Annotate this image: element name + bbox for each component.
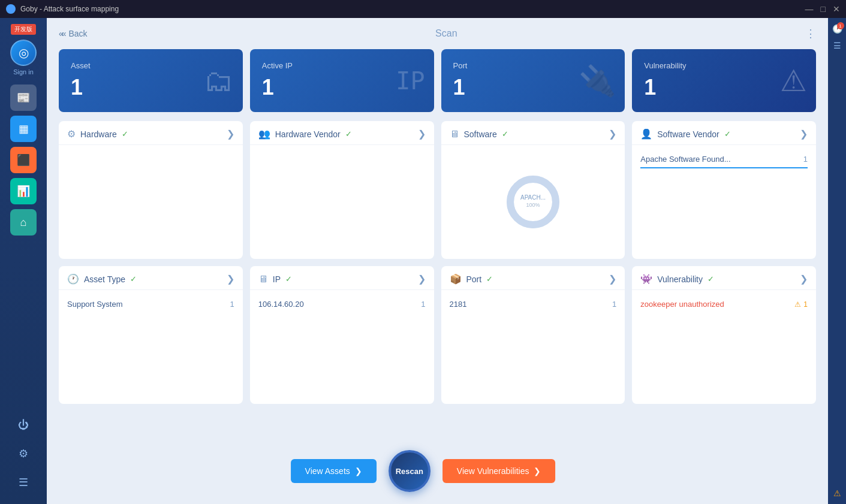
view-assets-arrow-icon: ❯ bbox=[355, 466, 362, 476]
ip-nav-button[interactable]: ❯ bbox=[418, 273, 426, 285]
sidebar-item-reports[interactable]: 📊 bbox=[10, 178, 37, 204]
hardware-panel: ⚙ Hardware ✓ ❯ bbox=[59, 121, 243, 259]
hardware-nav-button[interactable]: ❯ bbox=[227, 128, 234, 140]
ip-panel-icon: 🖥 bbox=[258, 274, 268, 285]
asset-type-check-icon: ✓ bbox=[130, 274, 137, 283]
sidebar-item-news[interactable]: 📰 bbox=[10, 84, 37, 111]
software-title-area: 🖥 Software ✓ bbox=[450, 129, 508, 140]
sidebar-item-targets[interactable]: ⬛ bbox=[10, 147, 37, 173]
titlebar-controls: — □ ✕ bbox=[805, 4, 840, 14]
list-item: Support System 1 bbox=[67, 296, 234, 312]
stat-card-port[interactable]: Port 1 🔌 bbox=[441, 49, 625, 112]
sidebar-menu-button[interactable]: ☰ bbox=[10, 469, 37, 496]
maximize-button[interactable]: □ bbox=[821, 4, 826, 14]
software-icon: 🖥 bbox=[450, 129, 459, 140]
titlebar-left: Goby - Attack surface mapping bbox=[6, 4, 119, 14]
settings-icon: ⚙ bbox=[19, 447, 28, 460]
software-check-icon: ✓ bbox=[502, 129, 508, 138]
ip-address: 106.14.60.20 bbox=[258, 300, 304, 309]
power-icon: ⏻ bbox=[18, 419, 29, 431]
hardware-vendor-panel: 👥 Hardware Vendor ✓ ❯ bbox=[250, 121, 434, 259]
vulnerability-badge: ⚠ 1 bbox=[794, 300, 808, 309]
ip-title-area: 🖥 IP ✓ bbox=[258, 274, 292, 285]
software-panel-header: 🖥 Software ✓ ❯ bbox=[441, 121, 625, 145]
sidebar-logo-button[interactable]: ◎ bbox=[10, 40, 37, 66]
asset-type-title-area: 🕐 Asset Type ✓ bbox=[67, 273, 137, 285]
more-button[interactable]: ⋮ bbox=[805, 27, 816, 40]
software-body: APACH... 100% bbox=[441, 145, 625, 259]
bottom-panels-row: 🕐 Asset Type ✓ ❯ Support System 1 🖥 IP ✓ bbox=[59, 266, 816, 404]
vulnerability-nav-button[interactable]: ❯ bbox=[800, 273, 808, 285]
asset-label: Asset bbox=[71, 61, 91, 70]
rescan-button[interactable]: Rescan bbox=[389, 450, 430, 492]
hardware-icon: ⚙ bbox=[67, 128, 76, 140]
header: « « Back Scan ⋮ bbox=[59, 27, 816, 40]
donut-chart: APACH... 100% bbox=[503, 172, 563, 232]
vulnerability-count: 1 bbox=[803, 300, 808, 309]
right-list-icon[interactable]: ☰ bbox=[833, 41, 841, 50]
sidebar-settings-button[interactable]: ⚙ bbox=[10, 440, 37, 467]
vulnerability-panel-header: 👾 Vulnerability ✓ ❯ bbox=[632, 266, 816, 290]
port-label: Port bbox=[453, 61, 468, 70]
hardware-vendor-body bbox=[250, 145, 434, 157]
asset-value: 1 bbox=[71, 75, 83, 100]
back-label: « Back bbox=[62, 29, 88, 38]
right-history-icon[interactable]: 🕐 1 bbox=[832, 24, 842, 34]
hardware-vendor-title: Hardware Vendor bbox=[275, 129, 341, 139]
action-bar: View Assets ❯ Rescan View Vulnerabilitie… bbox=[291, 450, 556, 492]
hardware-vendor-nav-button[interactable]: ❯ bbox=[418, 128, 426, 140]
minimize-button[interactable]: — bbox=[805, 4, 814, 14]
port-title-area: 📦 Port ✓ bbox=[450, 273, 493, 285]
port-panel-header: 📦 Port ✓ ❯ bbox=[441, 266, 625, 290]
asset-type-name: Support System bbox=[67, 300, 123, 309]
right-sidebar: 🕐 1 ☰ ⚠ bbox=[828, 18, 846, 504]
asset-icon: 🗂 bbox=[204, 64, 234, 98]
view-vulnerabilities-button[interactable]: View Vulnerabilities ❯ bbox=[442, 459, 556, 483]
sidebar-bottom: ⏻ ⚙ ☰ bbox=[10, 412, 37, 498]
close-button[interactable]: ✕ bbox=[833, 4, 840, 14]
software-panel: 🖥 Software ✓ ❯ APACH... 100% bbox=[441, 121, 625, 259]
reports-icon: 📊 bbox=[17, 185, 30, 198]
back-button[interactable]: « « Back bbox=[59, 29, 88, 38]
stat-card-asset[interactable]: Asset 1 🗂 bbox=[59, 49, 243, 112]
home-icon: ⌂ bbox=[20, 216, 27, 229]
list-item: 2181 1 bbox=[450, 296, 617, 312]
software-vendor-nav-button[interactable]: ❯ bbox=[800, 128, 808, 140]
active-ip-value: 1 bbox=[262, 75, 274, 100]
main-content: « « Back Scan ⋮ Asset 1 🗂 Active IP 1 IP… bbox=[47, 18, 828, 504]
menu-icon: ☰ bbox=[19, 476, 28, 489]
dev-badge[interactable]: 开发版 bbox=[11, 24, 36, 35]
notification-badge: 1 bbox=[837, 22, 844, 29]
sidebar-power-button[interactable]: ⏻ bbox=[10, 412, 37, 438]
stat-card-ip[interactable]: Active IP 1 IP bbox=[250, 49, 434, 112]
software-nav-button[interactable]: ❯ bbox=[609, 128, 616, 140]
vulnerability-panel-icon: 👾 bbox=[640, 273, 652, 285]
port-title: Port bbox=[466, 274, 482, 284]
software-vendor-title: Software Vendor bbox=[657, 129, 719, 139]
vendor-row-apache: Apache Software Found... 1 bbox=[640, 151, 808, 168]
vulnerability-title: Vulnerability bbox=[657, 274, 703, 284]
port-nav-button[interactable]: ❯ bbox=[609, 273, 616, 285]
top-panels-row: ⚙ Hardware ✓ ❯ 👥 Hardware Vendor ✓ ❯ bbox=[59, 121, 816, 259]
software-vendor-icon: 👤 bbox=[640, 128, 652, 140]
sidebar-item-scan[interactable]: ▦ bbox=[10, 116, 37, 142]
asset-type-header: 🕐 Asset Type ✓ ❯ bbox=[59, 266, 243, 290]
vulnerability-body: zookeeper unauthorized ⚠ 1 bbox=[632, 290, 816, 318]
asset-type-value: 1 bbox=[230, 300, 234, 309]
ip-count: 1 bbox=[421, 300, 425, 309]
sidebar-item-home[interactable]: ⌂ bbox=[10, 209, 37, 236]
software-vendor-header: 👤 Software Vendor ✓ ❯ bbox=[632, 121, 816, 145]
asset-type-nav-button[interactable]: ❯ bbox=[227, 273, 234, 285]
sign-in-label[interactable]: Sign in bbox=[13, 68, 34, 76]
view-assets-label: View Assets bbox=[305, 466, 350, 476]
ip-panel-header: 🖥 IP ✓ ❯ bbox=[250, 266, 434, 290]
ip-body: 106.14.60.20 1 bbox=[250, 290, 434, 318]
port-panel-icon: 📦 bbox=[450, 273, 462, 285]
view-assets-button[interactable]: View Assets ❯ bbox=[291, 459, 377, 483]
sidebar: 开发版 ◎ Sign in 📰 ▦ ⬛ 📊 ⌂ ⏻ ⚙ ☰ bbox=[0, 18, 47, 504]
titlebar: Goby - Attack surface mapping — □ ✕ bbox=[0, 0, 846, 18]
port-icon: 🔌 bbox=[579, 64, 616, 98]
stat-card-vulnerability[interactable]: Vulnerability 1 ⚠ bbox=[632, 49, 816, 112]
warning-icon: ⚠ bbox=[833, 488, 841, 498]
scan-title: Scan bbox=[435, 28, 457, 39]
